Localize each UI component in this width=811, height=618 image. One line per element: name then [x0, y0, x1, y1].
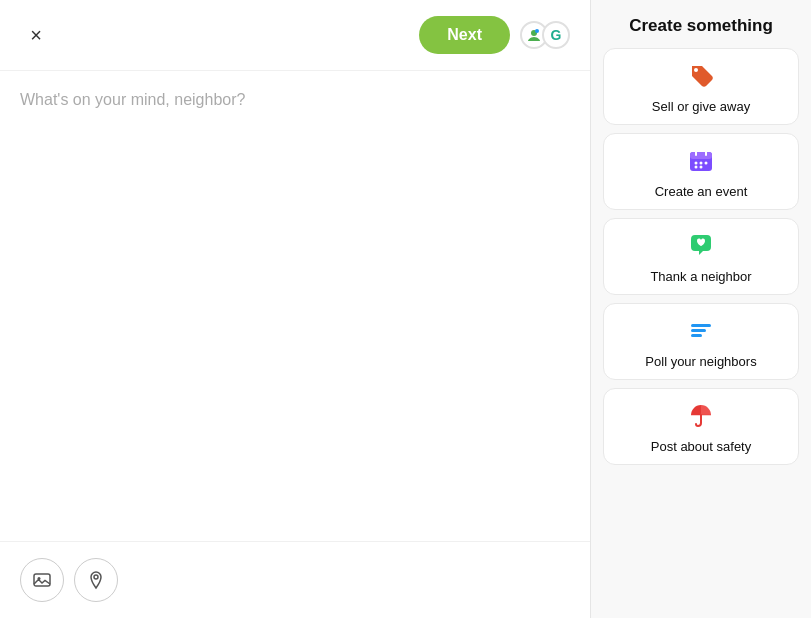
compose-placeholder: What's on your mind, neighbor?: [20, 91, 245, 108]
svg-rect-7: [690, 152, 712, 159]
svg-point-13: [695, 166, 698, 169]
safety-label: Post about safety: [651, 439, 751, 454]
svg-point-10: [695, 162, 698, 165]
location-icon: [86, 570, 106, 590]
close-button[interactable]: ×: [20, 19, 52, 51]
event-item[interactable]: Create an event: [603, 133, 799, 210]
poll-item[interactable]: Poll your neighbors: [603, 303, 799, 380]
svg-point-5: [694, 68, 698, 72]
svg-point-11: [700, 162, 703, 165]
event-icon: [687, 146, 715, 178]
sell-label: Sell or give away: [652, 99, 750, 114]
sell-item[interactable]: Sell or give away: [603, 48, 799, 125]
svg-point-14: [700, 166, 703, 169]
svg-point-4: [94, 575, 98, 579]
location-button[interactable]: [74, 558, 118, 602]
badge-group: G: [520, 21, 570, 49]
svg-rect-16: [691, 329, 706, 332]
thank-item[interactable]: Thank a neighbor: [603, 218, 799, 295]
safety-icon: [687, 401, 715, 433]
create-panel-title: Create something: [603, 16, 799, 36]
svg-rect-17: [691, 334, 702, 337]
safety-item[interactable]: Post about safety: [603, 388, 799, 465]
compose-panel: × Next G What's on your mind, neighbor?: [0, 0, 591, 618]
poll-label: Poll your neighbors: [645, 354, 756, 369]
thank-icon: [687, 231, 715, 263]
grammarly-badge: G: [542, 21, 570, 49]
poll-icon: [687, 316, 715, 348]
image-button[interactable]: [20, 558, 64, 602]
svg-rect-2: [34, 574, 50, 586]
image-icon: [32, 570, 52, 590]
top-bar: × Next G: [0, 0, 590, 71]
sell-icon: [687, 61, 715, 93]
svg-point-12: [705, 162, 708, 165]
top-right-controls: Next G: [419, 16, 570, 54]
thank-label: Thank a neighbor: [650, 269, 751, 284]
create-items-list: Sell or give away Create an event: [603, 48, 799, 465]
bottom-bar: [0, 541, 590, 618]
next-button[interactable]: Next: [419, 16, 510, 54]
svg-point-1: [535, 29, 539, 33]
create-panel: Create something Sell or give away: [591, 0, 811, 618]
svg-rect-15: [691, 324, 711, 327]
compose-area[interactable]: What's on your mind, neighbor?: [0, 71, 590, 541]
event-label: Create an event: [655, 184, 748, 199]
neighbor-icon: [526, 27, 542, 43]
